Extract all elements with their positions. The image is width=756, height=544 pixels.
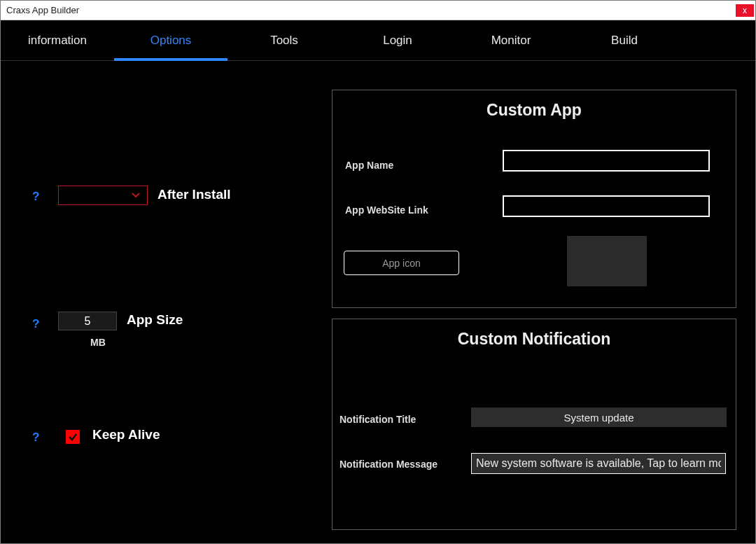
chevron-down-icon bbox=[132, 193, 140, 198]
custom-app-title: Custom App bbox=[332, 101, 736, 120]
notification-title-label: Notification Title bbox=[340, 414, 416, 425]
notification-message-label: Notification Message bbox=[340, 459, 438, 470]
app-website-input[interactable] bbox=[503, 195, 710, 217]
notification-message-input[interactable] bbox=[471, 453, 726, 474]
tab-label: Tools bbox=[270, 34, 298, 48]
help-icon[interactable]: ? bbox=[32, 190, 39, 204]
help-icon[interactable]: ? bbox=[32, 317, 39, 331]
close-icon: x bbox=[743, 6, 747, 15]
tab-options[interactable]: Options bbox=[114, 20, 227, 60]
content-area: ? After Install ? App Size MB ? Keep Ali… bbox=[1, 61, 755, 543]
tab-label: information bbox=[28, 34, 87, 48]
app-website-label: App WebSite Link bbox=[345, 204, 428, 216]
tab-label: Build bbox=[611, 34, 638, 48]
after-install-label: After Install bbox=[158, 187, 231, 202]
keep-alive-label: Keep Alive bbox=[92, 427, 160, 442]
custom-app-panel: Custom App App Name App WebSite Link App… bbox=[332, 90, 736, 308]
close-button[interactable]: x bbox=[736, 4, 754, 17]
app-size-label: App Size bbox=[127, 312, 183, 328]
custom-notification-title: Custom Notification bbox=[332, 330, 736, 349]
app-name-input[interactable] bbox=[503, 150, 710, 172]
tab-label: Monitor bbox=[491, 34, 531, 48]
app-name-label: App Name bbox=[345, 160, 393, 171]
keep-alive-checkbox[interactable] bbox=[66, 430, 80, 444]
app-size-unit: MB bbox=[90, 337, 106, 348]
window-title: Craxs App Builder bbox=[6, 5, 750, 15]
nav-tabs: information Options Tools Login Monitor … bbox=[1, 20, 755, 61]
help-icon[interactable]: ? bbox=[32, 431, 39, 445]
tab-monitor[interactable]: Monitor bbox=[454, 20, 568, 60]
after-install-select[interactable] bbox=[58, 186, 148, 205]
tab-login[interactable]: Login bbox=[341, 20, 454, 60]
tab-tools[interactable]: Tools bbox=[227, 20, 341, 60]
app-window: Craxs App Builder x information Options … bbox=[0, 0, 756, 544]
app-size-input[interactable] bbox=[58, 312, 117, 330]
tab-information[interactable]: information bbox=[1, 20, 114, 60]
custom-notification-panel: Custom Notification Notification Title N… bbox=[332, 319, 736, 530]
tab-label: Login bbox=[383, 34, 412, 48]
app-icon-button[interactable]: App icon bbox=[344, 251, 459, 275]
tab-label: Options bbox=[150, 34, 192, 48]
app-icon-preview bbox=[567, 236, 647, 286]
title-bar: Craxs App Builder x bbox=[1, 1, 755, 20]
notification-title-input[interactable] bbox=[471, 407, 727, 427]
tab-build[interactable]: Build bbox=[568, 20, 681, 60]
check-icon bbox=[68, 432, 78, 442]
